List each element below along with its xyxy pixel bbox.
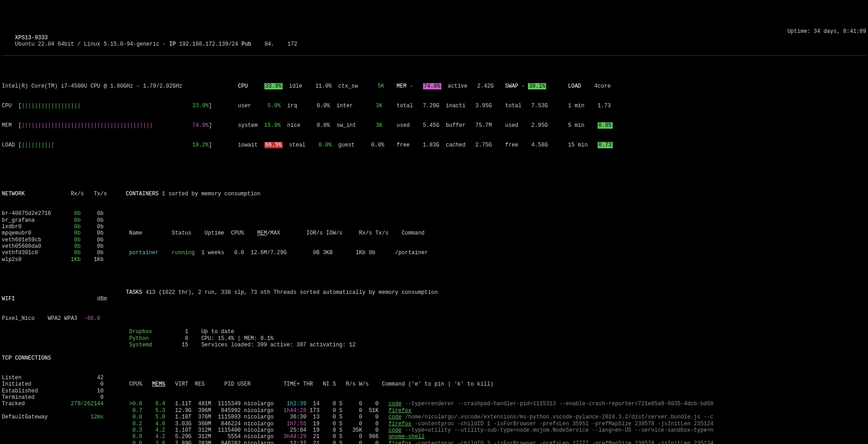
load-core: 4core bbox=[594, 83, 611, 89]
network-row: veth601e59cb 0b 0b bbox=[2, 237, 120, 243]
network-row: br_grafana 0b 0b bbox=[2, 217, 120, 224]
cpu-bar-pct: 33.9% bbox=[192, 103, 209, 109]
swap-pct: 39.1% bbox=[528, 83, 546, 89]
tasks-title: TASKS bbox=[126, 289, 142, 296]
app-row: Dropbox 1 Up to date bbox=[126, 329, 866, 335]
cpu-model: Intel(R) Core(TM) i7-4500U CPU @ 1.80GHz… bbox=[2, 83, 234, 89]
tcp-row: Listen 42 bbox=[2, 375, 120, 381]
top-stats: Intel(R) Core(TM) i7-4500U CPU @ 1.80GHz… bbox=[2, 70, 866, 162]
cpu-bar-label: CPU bbox=[2, 103, 12, 109]
process-row[interactable]: 0.0 3.8 2.89G 283M 846282 nicolargo 12:3… bbox=[126, 440, 866, 444]
process-row[interactable]: >0.0 6.4 1.11T 481M 1115349 nicolargo 1h… bbox=[126, 401, 866, 407]
mem-block-title: MEM bbox=[397, 83, 407, 89]
app-row: Systemd 15 Services loaded: 399 active: … bbox=[126, 342, 866, 348]
cpu-block-title: CPU bbox=[238, 83, 248, 89]
tcp-row: Established 10 bbox=[2, 388, 120, 394]
wifi-dbm: -66.0 bbox=[84, 315, 100, 322]
network-title: NETWORK bbox=[2, 191, 25, 197]
tcp-row: Tracked 279/262144 bbox=[2, 401, 120, 407]
mem-total-pct: 74.8% bbox=[423, 83, 441, 89]
network-row: lxdbr0 0b 0b bbox=[2, 224, 120, 230]
process-row[interactable]: 0.3 4.2 1.10T 312M 1115400 nicolargo 25:… bbox=[126, 427, 866, 434]
mem-bar-label: MEM bbox=[2, 122, 12, 129]
process-row[interactable]: 0.2 4.8 3.03G 360M 846224 nicolargo 1h7:… bbox=[126, 421, 866, 427]
mem-bar-pct: 74.9% bbox=[192, 122, 209, 129]
header-bar: XPS13-9333 Ubuntu 22.04 64bit / Linux 5.… bbox=[2, 28, 866, 56]
uptime-label: Uptime: bbox=[787, 28, 810, 35]
cpu-total: 33.9% bbox=[264, 83, 283, 89]
network-row: mpqemubr0 0b 0b bbox=[2, 230, 120, 236]
app-row: Python 8 CPU: 15.4% | MEM: 8.1% bbox=[126, 335, 866, 342]
hostname: XPS13-9333 bbox=[15, 35, 48, 41]
pub-ip: 84. 172 bbox=[255, 41, 298, 47]
main-content: CONTAINERS 1 sorted by memory consumptio… bbox=[126, 178, 866, 444]
ip-label: IP bbox=[169, 41, 176, 47]
network-row: veth05608da0 0b 0b bbox=[2, 243, 120, 250]
pub-label: Pub bbox=[242, 41, 252, 47]
process-row[interactable]: 0.0 5.0 1.10T 376M 1115803 nicolargo 36:… bbox=[126, 414, 866, 420]
swap-block: SWAP - 39.1% total 7.53G used 2.95G free… bbox=[505, 70, 564, 162]
swap-title: SWAP bbox=[505, 83, 518, 89]
load-block: LOAD 4core 1 min 1.73 5 min 0.85 15 min … bbox=[568, 70, 632, 162]
load-title: LOAD bbox=[568, 83, 581, 89]
network-row: br-40875d2e2716 0b 0b bbox=[2, 210, 120, 217]
wifi-ssid: Pixel_Nico bbox=[2, 315, 35, 322]
left-sidebar: NETWORK Rx/s Tx/s br-40875d2e2716 0b 0bb… bbox=[2, 178, 120, 444]
container-name: portainer bbox=[129, 250, 159, 256]
network-row: wlp2s0 1Kb 1Kb bbox=[2, 256, 120, 263]
containers-title: CONTAINERS bbox=[126, 191, 159, 197]
tcp-row bbox=[2, 407, 120, 414]
uptime-val: 34 days, 8:41:09 bbox=[814, 28, 866, 35]
mem-block: MEM - 74.8% active 2.42G total 7.29G ina… bbox=[397, 70, 501, 162]
load-bar-pct: 18.2% bbox=[192, 142, 209, 148]
network-row: vethfd301c0 0b 0b bbox=[2, 250, 120, 256]
ip-val: 192.168.172.139/24 bbox=[179, 41, 238, 47]
load-bar-label: LOAD bbox=[2, 142, 15, 148]
tcp-row: DefaultGateway 12ms bbox=[2, 414, 120, 420]
tcp-title: TCP CONNECTIONS bbox=[2, 355, 51, 361]
process-row[interactable]: 0.7 5.3 12.9G 396M 845992 nicolargo 1h44… bbox=[126, 407, 866, 414]
cpu-summary: Intel(R) Core(TM) i7-4500U CPU @ 1.80GHz… bbox=[2, 70, 234, 162]
process-row[interactable]: 6.9 4.2 5.29G 312M 5554 nicolargo 3h44:2… bbox=[126, 434, 866, 440]
wifi-title: WIFI bbox=[2, 296, 15, 302]
os-info: Ubuntu 22.04 64bit / Linux 5.15.0-94-gen… bbox=[15, 41, 160, 47]
cpu-block: CPU 33.9% idle 11.0% ctx_sw 5K user 5.9%… bbox=[238, 70, 393, 162]
tcp-row: Initiated 0 bbox=[2, 381, 120, 387]
tcp-row: Terminated 0 bbox=[2, 394, 120, 401]
